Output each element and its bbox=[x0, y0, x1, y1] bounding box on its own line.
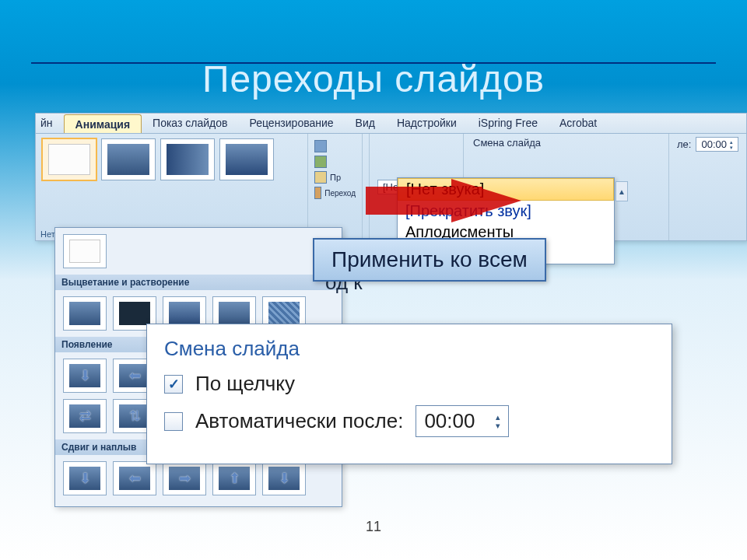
gallery-thumb[interactable]: ➡ bbox=[163, 461, 206, 495]
transition-icon[interactable] bbox=[314, 187, 321, 199]
gallery-thumb[interactable]: ⬇ bbox=[63, 359, 107, 393]
on-click-checkbox[interactable]: ✓ bbox=[164, 375, 183, 394]
tab-animation[interactable]: Анимация bbox=[64, 114, 142, 133]
push-right-icon: ➡ bbox=[179, 470, 191, 487]
ribbon-time-input[interactable]: 00:00 ▴▾ bbox=[696, 137, 738, 152]
group-label-none: Нет bbox=[40, 229, 55, 239]
speed-icon[interactable] bbox=[314, 156, 327, 168]
auto-time-input[interactable]: 00:00 ▴▾ bbox=[416, 405, 509, 437]
page-number: 11 bbox=[366, 519, 381, 535]
apply-to-all-callout: Применить ко всем bbox=[313, 238, 546, 282]
spinner-icon[interactable]: ▴▾ bbox=[730, 139, 733, 150]
split-v-icon: ⇅ bbox=[129, 408, 141, 425]
tab-addins[interactable]: Надстройки bbox=[386, 114, 468, 133]
tab-ispring[interactable]: iSpring Free bbox=[468, 114, 549, 133]
scroll-up-icon[interactable]: ▲ bbox=[615, 181, 628, 201]
apply-icon[interactable] bbox=[314, 171, 327, 184]
gallery-thumb[interactable]: ⬇ bbox=[63, 461, 107, 495]
small-label-transition: Переход bbox=[324, 189, 356, 198]
ribbon-tabs: йн Анимация Показ слайдов Рецензирование… bbox=[36, 114, 746, 134]
tab-slideshow[interactable]: Показ слайдов bbox=[142, 114, 238, 133]
arrow-left-icon: ⬅ bbox=[129, 367, 141, 384]
cover-icon: ⬇ bbox=[279, 470, 290, 487]
transition-thumb[interactable] bbox=[219, 138, 274, 180]
dialog-title: Смена слайда bbox=[164, 337, 654, 361]
auto-after-label: Автоматически после: bbox=[195, 409, 403, 433]
gallery-thumb[interactable]: ⬇ bbox=[262, 461, 306, 495]
gallery-thumb[interactable]: ⬆ bbox=[212, 461, 256, 495]
gallery-thumb[interactable]: ⬅ bbox=[113, 461, 156, 495]
transition-thumb[interactable] bbox=[101, 138, 156, 180]
advance-slide-dialog: Смена слайда ✓ По щелчку Автоматически п… bbox=[146, 324, 672, 464]
ribbon-screenshot: йн Анимация Показ слайдов Рецензирование… bbox=[35, 113, 747, 241]
gallery-thumb[interactable] bbox=[63, 296, 107, 331]
red-arrow-callout bbox=[451, 179, 521, 222]
gallery-thumb[interactable]: ⇄ bbox=[63, 399, 107, 433]
gallery-section-fade: Выцветание и растворение bbox=[55, 275, 342, 290]
push-down-icon: ⬇ bbox=[79, 470, 91, 487]
on-click-label: По щелчку bbox=[195, 372, 295, 396]
split-h-icon: ⇄ bbox=[79, 408, 91, 425]
sound-icon[interactable] bbox=[314, 140, 327, 152]
after-label-partial: ле: bbox=[677, 138, 691, 150]
push-up-icon: ⬆ bbox=[229, 470, 240, 487]
slide-title: Переходы слайдов bbox=[23, 58, 724, 100]
spinner-icon[interactable]: ▴▾ bbox=[496, 413, 500, 430]
transition-thumb[interactable] bbox=[160, 138, 215, 180]
push-left-icon: ⬅ bbox=[129, 470, 141, 487]
tab-view[interactable]: Вид bbox=[345, 114, 386, 133]
tab-partial-design[interactable]: йн bbox=[36, 114, 64, 133]
transition-none-thumb[interactable] bbox=[42, 138, 96, 180]
tab-acrobat[interactable]: Acrobat bbox=[549, 114, 608, 133]
small-label-pr: Пр bbox=[330, 173, 341, 182]
gallery-thumb-none[interactable] bbox=[63, 234, 107, 268]
tab-review[interactable]: Рецензирование bbox=[238, 114, 344, 133]
arrow-down-icon: ⬇ bbox=[79, 367, 91, 384]
auto-after-checkbox[interactable] bbox=[164, 412, 183, 431]
